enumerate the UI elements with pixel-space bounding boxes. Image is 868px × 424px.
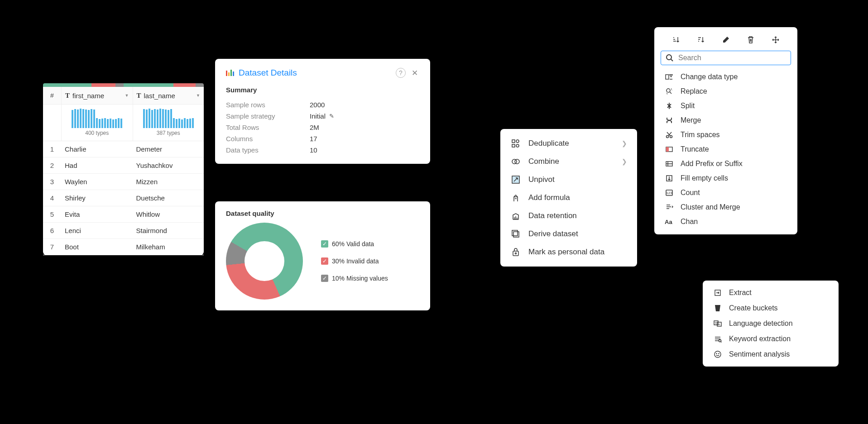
row-index: 4 [43,194,61,202]
transform-trim-spaces[interactable]: Trim spaces [654,128,797,142]
transform-count[interactable]: 123 Count [654,186,797,200]
cell-first-name[interactable]: Lenci [61,227,133,234]
submenu-extract[interactable]: Extract [703,285,839,300]
table-row[interactable]: 2 Had Yushachkov [43,157,204,174]
prefix-suffix-icon [664,160,674,168]
sort-asc-icon[interactable] [669,33,683,46]
cell-first-name[interactable]: Evita [61,210,133,218]
move-icon[interactable] [768,33,783,46]
dataset-operations-menu: Deduplicate ❯ Combine ❯ Unpivot Add form… [500,129,637,267]
table-row[interactable]: 3 Waylen Mizzen [43,174,204,190]
count-icon: 123 [664,189,674,197]
column-header-last-name[interactable]: T last_name ▼ [133,87,204,104]
cell-last-name[interactable]: Whitlow [133,210,204,218]
transform-truncate[interactable]: Truncate [654,142,797,157]
change-type-icon [664,73,674,81]
summary-row: Total Rows 2M [226,122,419,133]
svg-text:123: 123 [666,191,672,195]
close-icon[interactable]: ✕ [410,68,419,77]
operation-label: Data retention [528,211,577,220]
summary-key: Columns [226,135,310,143]
svg-rect-12 [666,75,669,79]
transform-merge[interactable]: Merge [654,113,797,128]
cell-last-name[interactable]: Demeter [133,145,204,153]
transform-search[interactable] [661,51,791,65]
svg-point-29 [715,351,721,357]
legend-swatch: ✓ [321,275,328,282]
operation-add-formula[interactable]: Add formula [500,189,637,207]
cell-first-name[interactable]: Shirley [61,194,133,202]
merge-icon [664,116,674,124]
transform-toolbar [654,32,797,51]
transform-change-data-type[interactable]: Change data type [654,70,797,84]
summary-row: Data types 10 [226,144,419,156]
cell-last-name[interactable]: Milkeham [133,243,204,251]
transform-add-prefix-or-suffix[interactable]: Add Prefix or Suffix [654,157,797,171]
transform-cluster-and-merge[interactable]: Cluster and Merge [654,200,797,214]
cell-first-name[interactable]: Charlie [61,145,133,153]
operation-label: Add formula [528,193,570,202]
transform-replace[interactable]: Replace [654,84,797,99]
operation-deduplicate[interactable]: Deduplicate ❯ [500,134,637,152]
transform-label: Fill empty cells [681,174,728,182]
operation-label: Combine [528,157,559,166]
edit-icon[interactable] [719,33,733,46]
transform-split[interactable]: Split [654,99,797,113]
operation-data-retention[interactable]: Data retention [500,207,637,225]
cell-last-name[interactable]: Stairmond [133,227,204,234]
submenu-create-buckets[interactable]: Create buckets [703,300,839,316]
operation-derive-dataset[interactable]: Derive dataset [500,225,637,243]
delete-icon[interactable] [743,33,758,46]
cell-last-name[interactable]: Yushachkov [133,162,204,169]
cell-first-name[interactable]: Boot [61,243,133,251]
operation-mark-as-personal-data[interactable]: Mark as personal data [500,243,637,261]
transform-label: Split [681,102,695,110]
cell-first-name[interactable]: Had [61,162,133,169]
svg-rect-8 [512,230,518,236]
help-icon[interactable]: ? [396,68,406,78]
text-type-icon: T [137,92,141,100]
distribution-last-name[interactable]: 387 types [133,105,204,141]
table-row[interactable]: 5 Evita Whitlow [43,206,204,223]
replace-icon [664,87,674,95]
chevron-down-icon[interactable]: ▼ [196,93,200,98]
legend-label: 60% Valid data [332,240,374,248]
legend-item: ✓ 30% Invalid data [321,257,388,265]
svg-text:A: A [718,323,720,326]
legend-label: 10% Missing values [332,275,388,282]
submenu-language-detection[interactable]: 文A Language detection [703,316,839,331]
svg-point-1 [516,140,519,143]
transform-label: Change data type [681,73,738,81]
distribution-first-name[interactable]: 400 types [61,105,133,141]
table-row[interactable]: 7 Boot Milkeham [43,239,204,255]
search-icon [666,54,674,62]
sort-desc-icon[interactable] [694,33,708,46]
operation-unpivot[interactable]: Unpivot [500,171,637,189]
cell-first-name[interactable]: Waylen [61,178,133,186]
keyword-icon [713,335,723,343]
types-count-label: 387 types [157,130,180,136]
column-header-first-name[interactable]: T first_name ▼ [61,87,133,104]
table-row[interactable]: 4 Shirley Duetsche [43,190,204,206]
submenu-sentiment-analysis[interactable]: Sentiment analysis [703,347,839,362]
chevron-down-icon[interactable]: ▼ [125,93,129,98]
transform-chan[interactable]: Aa Chan [654,214,797,229]
edit-pencil-icon[interactable]: ✎ [329,113,334,119]
transform-label: Merge [681,116,701,124]
search-input[interactable] [678,54,786,62]
cell-last-name[interactable]: Duetsche [133,194,204,202]
transform-label: Trim spaces [681,131,720,139]
row-index: 2 [43,162,61,169]
table-row[interactable]: 6 Lenci Stairmond [43,223,204,239]
operation-label: Unpivot [528,175,555,184]
transform-fill-empty-cells[interactable]: Fill empty cells [654,171,797,186]
retention-icon [510,211,521,220]
svg-rect-0 [512,140,515,143]
trim-icon [664,131,674,139]
table-row[interactable]: 1 Charlie Demeter [43,141,204,157]
submenu-keyword-extraction[interactable]: Keyword extraction [703,331,839,347]
legend-label: 30% Invalid data [332,257,379,265]
operation-combine[interactable]: Combine ❯ [500,152,637,171]
cell-last-name[interactable]: Mizzen [133,178,204,186]
svg-point-10 [515,253,517,254]
